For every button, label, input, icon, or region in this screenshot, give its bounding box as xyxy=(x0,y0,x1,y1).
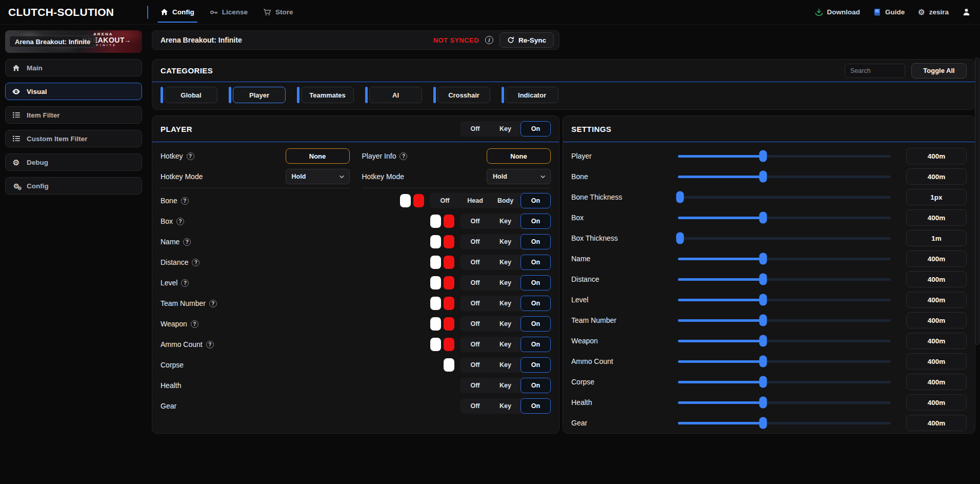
slider-thumb[interactable] xyxy=(759,376,767,388)
setting-slider[interactable] xyxy=(678,416,891,430)
toggle-option-key[interactable]: Key xyxy=(490,121,521,137)
slider-thumb[interactable] xyxy=(759,253,767,265)
primary-color-swatch[interactable] xyxy=(430,297,441,310)
help-icon[interactable]: ? xyxy=(192,259,199,266)
setting-slider[interactable] xyxy=(678,314,891,327)
setting-slider[interactable] xyxy=(678,334,891,347)
setting-value[interactable]: 400m xyxy=(906,374,967,390)
setting-value[interactable]: 400m xyxy=(906,394,967,411)
help-icon[interactable]: ? xyxy=(209,300,217,307)
sidebar-item-custom-item-filter[interactable]: Custom Item Filter xyxy=(5,130,142,147)
slider-thumb[interactable] xyxy=(676,191,684,203)
toggle-option-key[interactable]: Key xyxy=(490,398,521,414)
slider-thumb[interactable] xyxy=(759,274,767,285)
category-tab-crosshair[interactable]: Crosshair xyxy=(433,87,490,103)
toggle-option-on[interactable]: On xyxy=(521,357,551,373)
setting-value[interactable]: 400m xyxy=(906,271,967,287)
page-scrollbar[interactable] xyxy=(975,27,979,481)
primary-color-swatch[interactable] xyxy=(430,317,441,331)
setting-value[interactable]: 400m xyxy=(906,148,967,164)
toggle-option-on[interactable]: On xyxy=(521,337,551,352)
toggle-option-off[interactable]: Off xyxy=(460,121,490,137)
setting-value[interactable]: 400m xyxy=(906,250,967,267)
toggle-option-key[interactable]: Key xyxy=(490,275,521,291)
toggle-option-on[interactable]: On xyxy=(521,398,551,414)
setting-slider[interactable] xyxy=(678,375,891,389)
setting-slider[interactable] xyxy=(678,149,891,163)
setting-value[interactable]: 400m xyxy=(906,168,967,185)
primary-color-swatch[interactable] xyxy=(400,194,411,207)
slider-thumb[interactable] xyxy=(759,397,767,409)
toggle-option-head[interactable]: Head xyxy=(460,193,490,208)
secondary-color-swatch[interactable] xyxy=(444,338,454,351)
toggle-option-off[interactable]: Off xyxy=(460,255,490,270)
toggle-option-off[interactable]: Off xyxy=(460,296,490,311)
toggle-option-off[interactable]: Off xyxy=(460,316,490,332)
secondary-color-swatch[interactable] xyxy=(444,297,454,310)
help-icon[interactable]: ? xyxy=(187,152,194,160)
toggle-option-off[interactable]: Off xyxy=(460,378,490,393)
setting-value[interactable]: 400m xyxy=(906,333,967,349)
slider-thumb[interactable] xyxy=(759,417,767,429)
primary-color-swatch[interactable] xyxy=(430,235,441,248)
sidebar-item-debug[interactable]: ⚙ Debug xyxy=(5,153,142,171)
help-icon[interactable]: ? xyxy=(183,238,191,246)
toggle-option-key[interactable]: Key xyxy=(490,214,521,229)
hotkey-bind-button[interactable]: None xyxy=(286,148,350,164)
secondary-color-swatch[interactable] xyxy=(413,194,424,207)
category-tab-global[interactable]: Global xyxy=(161,87,217,103)
setting-slider[interactable] xyxy=(678,273,891,286)
toggle-option-on[interactable]: On xyxy=(521,121,551,137)
help-icon[interactable]: ? xyxy=(206,341,214,349)
secondary-color-swatch[interactable] xyxy=(444,317,454,331)
toggle-option-key[interactable]: Key xyxy=(490,337,521,352)
sidebar-item-main[interactable]: Main xyxy=(5,59,142,76)
setting-slider[interactable] xyxy=(678,252,891,265)
setting-value[interactable]: 400m xyxy=(906,292,967,308)
toggle-option-off[interactable]: Off xyxy=(460,357,490,373)
setting-value[interactable]: 400m xyxy=(906,209,967,226)
slider-thumb[interactable] xyxy=(759,315,767,326)
toggle-option-key[interactable]: Key xyxy=(490,316,521,332)
toggle-option-key[interactable]: Key xyxy=(490,234,521,249)
primary-color-swatch[interactable] xyxy=(444,358,454,372)
setting-slider[interactable] xyxy=(678,396,891,409)
toggle-option-off[interactable]: Off xyxy=(460,214,490,229)
slider-thumb[interactable] xyxy=(759,335,767,347)
help-icon[interactable]: ? xyxy=(181,197,189,205)
slider-thumb[interactable] xyxy=(759,356,767,367)
toggle-option-key[interactable]: Key xyxy=(490,255,521,270)
info-icon[interactable]: i xyxy=(485,36,493,44)
setting-value[interactable]: 400m xyxy=(906,415,967,431)
download-action[interactable]: Download xyxy=(815,8,861,16)
toggle-option-on[interactable]: On xyxy=(521,296,551,311)
setting-slider[interactable] xyxy=(678,355,891,368)
toggle-option-off[interactable]: Off xyxy=(460,337,490,352)
toggle-option-off[interactable]: Off xyxy=(460,234,490,249)
hotkey-mode-select[interactable]: Hold xyxy=(286,169,350,184)
primary-color-swatch[interactable] xyxy=(430,338,441,351)
sidebar-item-config[interactable]: ⚙⚙ Config xyxy=(5,177,142,195)
category-tab-ai[interactable]: AI xyxy=(365,87,422,103)
slider-thumb[interactable] xyxy=(759,212,767,224)
secondary-color-swatch[interactable] xyxy=(444,215,454,228)
primary-color-swatch[interactable] xyxy=(430,256,441,269)
nav-tab-config[interactable]: Config xyxy=(154,0,201,24)
secondary-color-swatch[interactable] xyxy=(444,235,454,248)
primary-color-swatch[interactable] xyxy=(430,276,441,289)
setting-value[interactable]: 1m xyxy=(906,230,967,246)
setting-value[interactable]: 400m xyxy=(906,353,967,370)
toggle-option-key[interactable]: Key xyxy=(490,357,521,373)
help-icon[interactable]: ? xyxy=(181,279,189,287)
nav-tab-license[interactable]: License xyxy=(204,0,254,24)
help-icon[interactable]: ? xyxy=(176,218,184,225)
setting-value[interactable]: 1px xyxy=(906,189,967,205)
game-banner[interactable]: ARENA BREAKOUT INFINITE → Arena Breakout… xyxy=(5,30,142,53)
slider-thumb[interactable] xyxy=(759,150,767,162)
slider-thumb[interactable] xyxy=(759,294,767,306)
toggle-option-body[interactable]: Body xyxy=(490,193,521,208)
toggle-option-key[interactable]: Key xyxy=(490,296,521,311)
slider-thumb[interactable] xyxy=(759,171,767,183)
setting-slider[interactable] xyxy=(678,190,891,204)
search-input[interactable] xyxy=(845,64,905,78)
